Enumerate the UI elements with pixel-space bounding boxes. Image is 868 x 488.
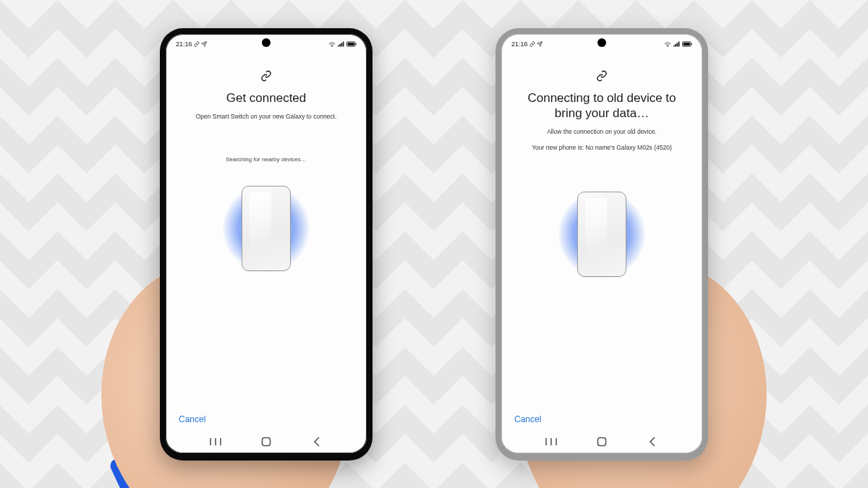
svg-rect-12 (675, 44, 676, 46)
svg-rect-14 (678, 41, 680, 46)
link-icon (180, 70, 352, 82)
send-status-icon (201, 41, 207, 47)
signal-icon (338, 41, 344, 47)
wifi-icon (328, 41, 336, 47)
link-icon (516, 70, 688, 82)
nav-bar (166, 430, 367, 453)
signal-icon (673, 41, 680, 47)
searching-graphic (212, 174, 320, 283)
page-subtitle: Allow the connection on your old device. (516, 128, 688, 135)
device-outline-icon (577, 192, 626, 277)
svg-rect-0 (338, 45, 339, 46)
left-hand-holding-phone: 21:16 (160, 28, 373, 461)
device-outline-icon (242, 186, 291, 271)
svg-rect-10 (263, 437, 271, 445)
link-status-icon (529, 41, 535, 47)
svg-rect-17 (684, 42, 690, 45)
back-button[interactable] (643, 435, 662, 449)
page-title: Get connected (180, 90, 352, 106)
send-status-icon (537, 41, 542, 47)
searching-label: Searching for nearby devices… (180, 156, 352, 163)
svg-rect-21 (598, 437, 606, 445)
svg-rect-13 (677, 43, 678, 46)
battery-icon (682, 41, 692, 47)
svg-rect-1 (339, 44, 341, 46)
svg-rect-11 (673, 45, 675, 46)
recents-button[interactable] (542, 435, 561, 449)
bottom-bar: Cancel (166, 408, 367, 430)
screen-content: Connecting to old device to bring your d… (501, 53, 702, 408)
wifi-icon (664, 41, 671, 47)
right-phone: 21:16 (495, 28, 708, 461)
svg-rect-3 (343, 41, 344, 46)
bottom-bar: Cancel (501, 408, 702, 430)
link-status-icon (194, 41, 200, 47)
cancel-button[interactable]: Cancel (514, 414, 541, 424)
camera-notch (262, 38, 271, 47)
battery-icon (346, 41, 357, 47)
camera-notch (597, 38, 606, 47)
recents-button[interactable] (206, 435, 225, 449)
svg-rect-2 (341, 43, 343, 46)
home-button[interactable] (592, 435, 611, 449)
left-phone: 21:16 (160, 28, 373, 461)
cancel-button[interactable]: Cancel (179, 414, 205, 424)
status-time: 21:16 (511, 40, 528, 48)
back-button[interactable] (307, 435, 326, 449)
nav-bar (501, 430, 702, 453)
status-time: 21:16 (176, 40, 192, 48)
page-title: Connecting to old device to bring your d… (516, 90, 688, 121)
svg-rect-5 (355, 43, 356, 45)
svg-rect-16 (691, 43, 692, 45)
home-button[interactable] (257, 435, 276, 449)
searching-graphic (548, 180, 656, 288)
svg-rect-6 (348, 42, 354, 45)
screen-content: Get connected Open Smart Switch on your … (166, 53, 367, 408)
right-hand-holding-phone: 21:16 (495, 28, 708, 461)
page-subtitle: Open Smart Switch on your new Galaxy to … (180, 113, 352, 120)
device-info-line: Your new phone is: No name's Galaxy M02s… (516, 144, 688, 151)
